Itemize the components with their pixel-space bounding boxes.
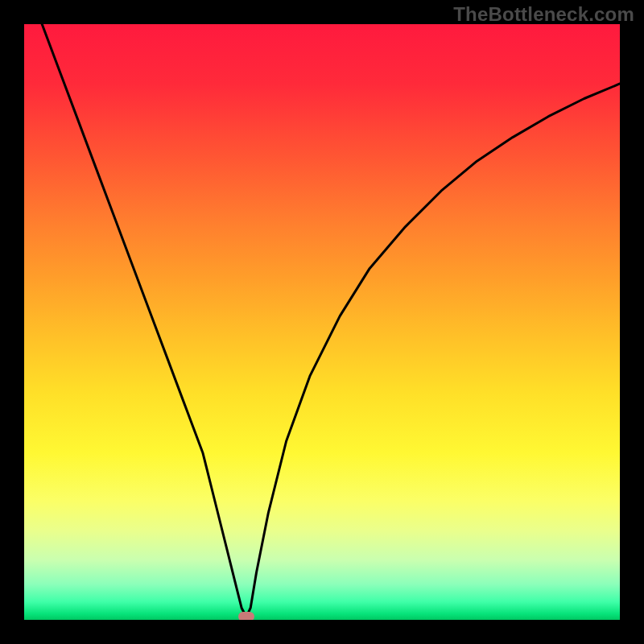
attribution-text: TheBottleneck.com: [453, 3, 634, 26]
chart-frame: TheBottleneck.com: [0, 0, 644, 644]
min-marker: [238, 612, 254, 620]
bottleneck-curve: [24, 24, 620, 617]
curve-svg: [24, 24, 620, 620]
plot-area: [24, 24, 620, 620]
